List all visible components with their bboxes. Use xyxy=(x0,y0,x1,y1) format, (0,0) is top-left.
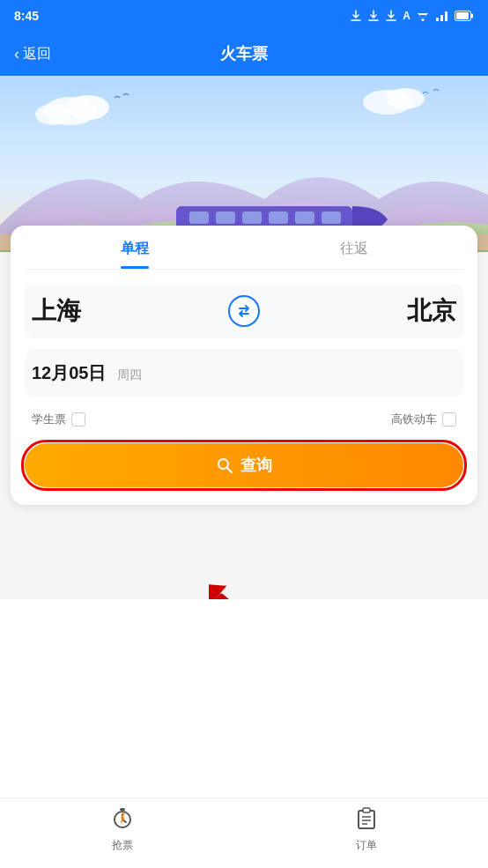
status-icons: A xyxy=(350,10,474,22)
svg-point-11 xyxy=(67,95,109,120)
date-weekday: 周四 xyxy=(117,367,142,382)
clipboard-icon xyxy=(355,806,378,829)
bottom-nav-order[interactable]: 订单 xyxy=(244,806,488,860)
download-icon-3 xyxy=(385,10,397,22)
student-checkbox[interactable] xyxy=(71,412,85,427)
order-label: 订单 xyxy=(356,838,377,853)
download-icon-2 xyxy=(367,10,380,22)
student-label: 学生票 xyxy=(32,412,66,427)
wifi-icon xyxy=(416,10,430,22)
grab-icon xyxy=(111,806,134,835)
svg-rect-8 xyxy=(471,14,473,19)
bottom-nav: 抢票 订单 xyxy=(0,798,488,868)
signal-icon xyxy=(435,10,449,22)
search-icon xyxy=(216,456,233,474)
search-button-wrapper: 查询 xyxy=(25,443,463,487)
tab-oneway[interactable]: 单程 xyxy=(25,226,244,269)
date-display: 12月05日 xyxy=(32,363,107,382)
svg-point-2 xyxy=(422,19,425,21)
svg-rect-21 xyxy=(295,211,314,224)
svg-rect-18 xyxy=(216,211,235,224)
svg-rect-33 xyxy=(363,808,370,812)
arrow-annotation xyxy=(0,526,488,605)
route-row: 上海 北京 xyxy=(25,284,463,338)
download-icon-1 xyxy=(350,10,362,22)
search-card: 单程 往返 上海 北京 12月05日 周四 学生票 高铁动车 xyxy=(11,226,477,505)
battery-icon xyxy=(455,11,474,21)
date-selector[interactable]: 12月05日 周四 xyxy=(25,349,463,397)
search-button[interactable]: 查询 xyxy=(25,443,463,487)
tab-roundtrip[interactable]: 往返 xyxy=(244,226,463,269)
svg-rect-22 xyxy=(322,211,341,224)
svg-rect-31 xyxy=(120,808,125,811)
highspeed-option[interactable]: 高铁动车 xyxy=(391,412,456,427)
swap-button[interactable] xyxy=(228,295,260,327)
page-title: 火车票 xyxy=(220,43,268,64)
svg-point-12 xyxy=(35,104,70,125)
destination-city[interactable]: 北京 xyxy=(407,294,456,328)
grab-label: 抢票 xyxy=(112,838,133,853)
svg-rect-3 xyxy=(436,18,439,21)
back-label: 返回 xyxy=(23,45,51,63)
svg-rect-4 xyxy=(440,15,443,21)
status-bar: 8:45 A xyxy=(0,0,488,32)
stopwatch-icon xyxy=(111,806,134,829)
order-icon xyxy=(355,806,378,835)
svg-rect-5 xyxy=(445,11,447,21)
svg-rect-7 xyxy=(456,12,469,19)
back-chevron: ‹ xyxy=(14,45,19,63)
svg-rect-20 xyxy=(269,211,288,224)
swap-icon xyxy=(236,303,252,319)
nav-bar: ‹ 返回 火车票 xyxy=(0,32,488,76)
highspeed-label: 高铁动车 xyxy=(391,412,437,427)
highspeed-checkbox[interactable] xyxy=(442,412,456,427)
svg-rect-17 xyxy=(189,211,209,224)
status-time: 8:45 xyxy=(14,9,39,23)
search-label: 查询 xyxy=(240,455,272,476)
departure-city[interactable]: 上海 xyxy=(32,294,81,328)
trip-type-tabs: 单程 往返 xyxy=(25,226,463,270)
arrow-svg xyxy=(209,526,279,605)
options-row: 学生票 高铁动车 xyxy=(25,408,463,431)
translate-icon: A xyxy=(403,10,410,22)
bottom-nav-grab[interactable]: 抢票 xyxy=(0,806,244,860)
svg-point-14 xyxy=(386,88,425,109)
svg-line-26 xyxy=(227,468,232,472)
svg-rect-32 xyxy=(359,811,374,828)
back-button[interactable]: ‹ 返回 xyxy=(14,45,51,63)
svg-rect-19 xyxy=(242,211,262,224)
content-area xyxy=(0,599,488,798)
student-ticket-option[interactable]: 学生票 xyxy=(32,412,85,427)
